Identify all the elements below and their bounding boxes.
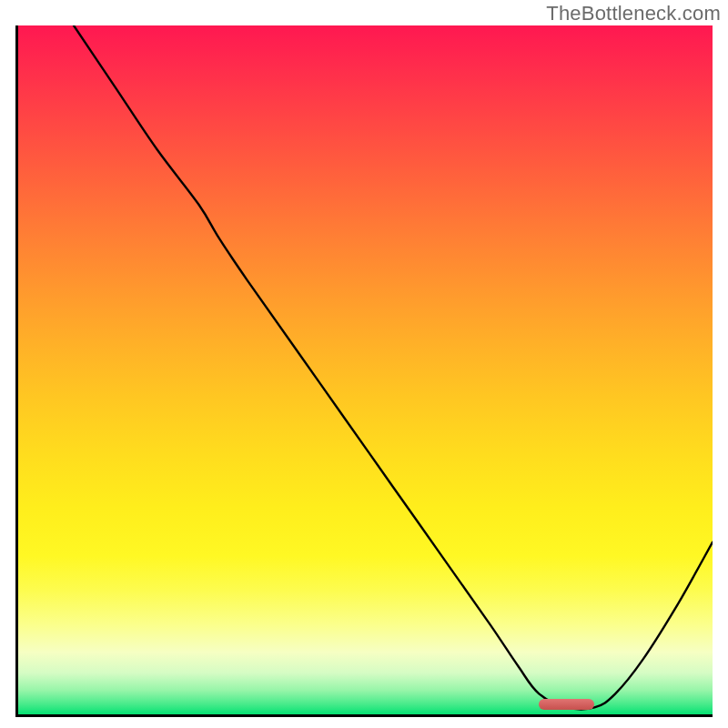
- optimal-marker: [539, 699, 594, 710]
- chart-canvas: TheBottleneck.com: [0, 0, 728, 728]
- bottleneck-curve: [18, 25, 713, 714]
- watermark-text: TheBottleneck.com: [546, 2, 721, 25]
- plot-frame: [15, 25, 713, 717]
